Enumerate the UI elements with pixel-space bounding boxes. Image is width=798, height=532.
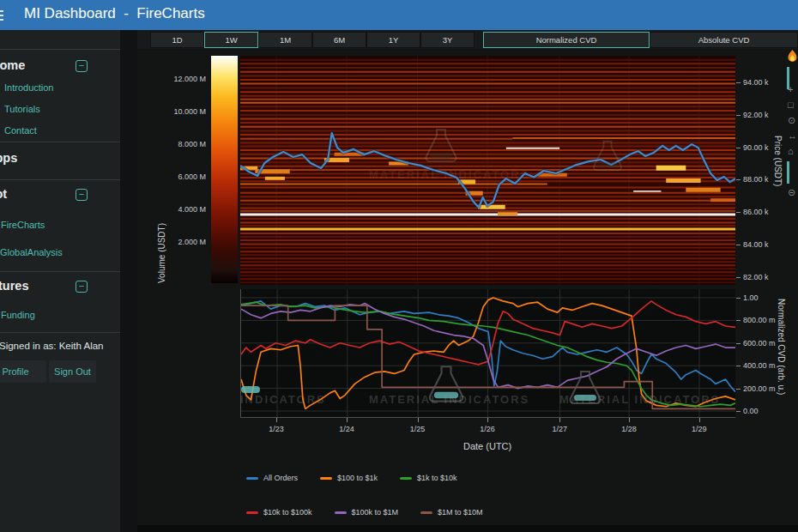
pan-icon[interactable]: ↔ xyxy=(788,130,797,141)
sidebar-item-funding[interactable]: Funding xyxy=(1,310,35,320)
volume-colorbar xyxy=(211,56,238,283)
select-box-icon[interactable]: □ xyxy=(788,100,794,110)
hamburger-menu-icon[interactable] xyxy=(0,8,3,21)
sidebar-heading-bot[interactable]: Bot xyxy=(0,187,7,201)
reset-axes-icon[interactable]: ⊝ xyxy=(788,187,795,198)
material-indicators-watermark: INDICATORS xyxy=(240,393,326,406)
sidebar-item-introduction[interactable]: Introduction xyxy=(4,82,53,93)
volume-tick-label: 8.000 M xyxy=(160,140,206,148)
zoom-in-icon[interactable]: + xyxy=(788,84,793,94)
volume-tick-label: 6.000 M xyxy=(160,172,206,181)
legend-item[interactable]: $100 to $1k xyxy=(320,474,378,482)
timeframe-3y-button[interactable]: 3Y xyxy=(420,32,475,48)
cvd-tick-label: 800.00 m xyxy=(743,316,776,324)
collapse-icon[interactable]: − xyxy=(76,281,88,293)
price-tick-label: 82.00 k xyxy=(743,273,769,281)
chart-toolbar: 1D 1W 1M 6M 1Y 3Y Normalized CVD Absolut… xyxy=(137,30,798,49)
legend-swatch xyxy=(420,511,432,514)
legend-item[interactable]: $100k to $1M xyxy=(335,508,399,517)
legend-label: $100 to $1k xyxy=(337,474,378,482)
price-tick-label: 92.00 k xyxy=(743,111,769,119)
date-tick-label: 1/27 xyxy=(549,425,570,433)
legend-row: $10k to $100k$100k to $1M$1M to $10M xyxy=(246,508,483,517)
sidebar-heading-home[interactable]: Home xyxy=(0,58,25,72)
sidebar-heading-apps[interactable]: Apps xyxy=(0,151,17,165)
app-window: MI Dashboard - FireCharts Home − Introdu… xyxy=(0,0,798,532)
timeframe-1w-button[interactable]: 1W xyxy=(204,32,258,48)
price-tick-mark xyxy=(736,245,741,245)
volume-tick-label: 10.000 M xyxy=(160,107,206,116)
date-tick-label: 1/26 xyxy=(477,425,498,433)
price-tick-label: 94.00 k xyxy=(743,78,769,87)
firecharts-flame-icon[interactable] xyxy=(787,50,798,63)
legend-label: $1k to $10k xyxy=(417,474,457,482)
timeframe-6m-button[interactable]: 6M xyxy=(312,32,366,48)
material-indicators-flask-watermark xyxy=(590,139,625,173)
sidebar: Home − Introduction Tutorials Contact Ap… xyxy=(0,30,120,532)
timeframe-1d-button[interactable]: 1D xyxy=(150,32,204,48)
price-tick-mark xyxy=(736,148,741,148)
signed-in-status: Signed in as: Keith Alan xyxy=(0,341,103,351)
zoom-out-icon[interactable]: ⊙ xyxy=(788,115,795,126)
legend-swatch xyxy=(246,511,258,514)
divider xyxy=(0,49,120,50)
legend-swatch xyxy=(335,511,347,514)
sidebar-item-globalanalysis[interactable]: GlobalAnalysis xyxy=(0,247,63,257)
price-tick-mark xyxy=(736,179,741,180)
chart-modebar: + □ ⊙ ↔ ⌂ ⊝ xyxy=(786,48,798,263)
date-tick-mark xyxy=(629,418,630,422)
volume-tick-label: 12.000 M xyxy=(160,75,206,83)
timeframe-1y-button[interactable]: 1Y xyxy=(366,32,420,48)
price-tick-mark xyxy=(736,212,741,213)
cvd-tick-label: 600.00 m xyxy=(743,339,776,348)
cvd-tick-label: 0.00 xyxy=(743,407,759,415)
date-tick-label: 1/29 xyxy=(689,425,710,433)
date-tick-mark xyxy=(699,418,700,422)
material-indicators-flask-watermark xyxy=(422,127,460,165)
legend-item[interactable]: $10k to $100k xyxy=(246,508,312,517)
legend-label: All Orders xyxy=(263,474,298,482)
date-tick-mark xyxy=(347,418,348,422)
legend-item[interactable]: $1M to $10M xyxy=(420,508,483,517)
legend-swatch xyxy=(320,477,332,480)
sidebar-heading-features[interactable]: Features xyxy=(0,279,28,293)
cvd-tick-mark xyxy=(736,411,741,412)
app-title: MI Dashboard - FireCharts xyxy=(24,5,205,22)
sidebar-item-tutorials[interactable]: Tutorials xyxy=(4,104,40,114)
legend-label: $100k to $1M xyxy=(352,508,399,517)
date-tick-mark xyxy=(276,418,277,422)
cvd-tick-label: 1.00 xyxy=(743,293,759,302)
modebar-accent xyxy=(787,161,789,184)
profile-button[interactable]: Profile xyxy=(0,360,46,383)
cvd-tick-label: 200.00 m xyxy=(743,384,776,393)
bottom-strip xyxy=(137,525,798,532)
timeframe-1m-button[interactable]: 1M xyxy=(258,32,312,48)
sidebar-item-firecharts[interactable]: FireCharts xyxy=(1,220,45,230)
legend-item[interactable]: All Orders xyxy=(246,474,298,482)
material-indicators-watermark: MATERIAL INDICATORS xyxy=(559,393,720,406)
collapse-icon[interactable]: − xyxy=(76,189,88,201)
date-tick-mark xyxy=(487,418,488,422)
material-indicators-watermark: MATERIAL INDICATORS xyxy=(369,393,529,406)
sign-out-button[interactable]: Sign Out xyxy=(49,360,96,383)
sidebar-item-contact[interactable]: Contact xyxy=(4,125,37,136)
date-tick-label: 1/28 xyxy=(619,425,639,433)
date-tick-label: 1/24 xyxy=(336,425,357,433)
divider xyxy=(0,271,120,272)
cvd-tick-label: 400.00 m xyxy=(743,361,776,370)
price-axis-title: Price (USDT) xyxy=(773,136,783,186)
date-tick-label: 1/23 xyxy=(266,425,287,433)
divider xyxy=(0,332,120,333)
legend-item[interactable]: $1k to $10k xyxy=(400,474,457,482)
collapse-icon[interactable]: − xyxy=(76,60,88,72)
price-tick-label: 84.00 k xyxy=(743,240,769,249)
cvd-tick-mark xyxy=(736,366,741,366)
price-tick-label: 90.00 k xyxy=(743,143,769,152)
cvd-tick-mark xyxy=(736,343,741,344)
normalized-cvd-button[interactable]: Normalized CVD xyxy=(483,32,650,48)
date-tick-label: 1/25 xyxy=(408,425,428,433)
sidebar-gap xyxy=(120,30,137,532)
autoscale-icon[interactable]: ⌂ xyxy=(788,146,794,156)
absolute-cvd-button[interactable]: Absolute CVD xyxy=(650,32,798,48)
cvd-tick-mark xyxy=(736,389,741,390)
